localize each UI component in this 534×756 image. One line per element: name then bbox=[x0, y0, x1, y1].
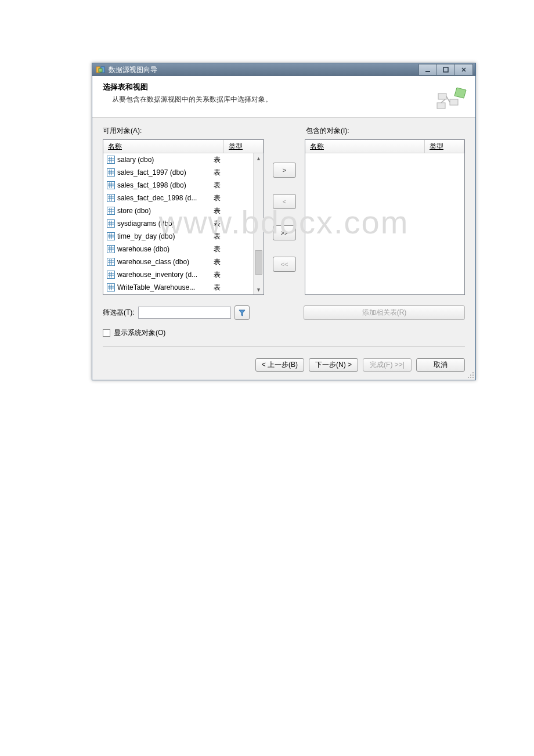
item-name: time_by_day (dbo) bbox=[117, 232, 211, 240]
titlebar[interactable]: 数据源视图向导 bbox=[92, 63, 475, 76]
svg-rect-4 bbox=[443, 67, 448, 72]
list-item[interactable]: sales_fact_1998 (dbo)表 bbox=[103, 179, 253, 192]
table-icon bbox=[107, 181, 115, 189]
item-name: warehouse (dbo) bbox=[117, 245, 211, 253]
item-name: sales_fact_1998 (dbo) bbox=[117, 181, 211, 189]
svg-point-65 bbox=[472, 375, 474, 376]
svg-rect-33 bbox=[108, 221, 114, 226]
svg-rect-7 bbox=[437, 103, 445, 109]
list-item[interactable]: time_by_day (dbo)表 bbox=[103, 230, 253, 243]
included-list-header[interactable]: 名称 类型 bbox=[305, 140, 464, 153]
available-list-header[interactable]: 名称 类型 bbox=[103, 140, 264, 153]
next-button[interactable]: 下一步(N) > bbox=[309, 358, 358, 372]
header-subtitle: 从要包含在数据源视图中的关系数据库中选择对象。 bbox=[103, 95, 435, 105]
included-listbox[interactable]: 名称 类型 bbox=[305, 139, 465, 295]
back-button[interactable]: < 上一步(B) bbox=[255, 358, 304, 372]
list-item[interactable]: warehouse_inventory (d...表 bbox=[103, 268, 253, 281]
included-items-empty bbox=[305, 153, 464, 294]
table-icon bbox=[107, 245, 115, 253]
svg-rect-53 bbox=[108, 272, 114, 278]
wizard-window: 数据源视图向导 选择表和视图 从要包含在数据源视图中的关系数据库中选择对象。 bbox=[92, 63, 476, 380]
svg-rect-13 bbox=[108, 170, 114, 175]
col-type-header-right[interactable]: 类型 bbox=[425, 140, 464, 153]
svg-rect-48 bbox=[108, 259, 114, 265]
move-buttons: > < >> << bbox=[264, 139, 305, 288]
maximize-button[interactable] bbox=[436, 64, 455, 75]
svg-point-68 bbox=[472, 377, 474, 378]
filter-button[interactable] bbox=[234, 305, 250, 320]
svg-rect-5 bbox=[438, 93, 446, 99]
col-type-header[interactable]: 类型 bbox=[224, 140, 264, 153]
item-type: 表 bbox=[211, 181, 253, 190]
item-name: store (dbo) bbox=[117, 207, 211, 215]
scroll-thumb[interactable] bbox=[255, 250, 262, 275]
scroll-down-icon[interactable]: ▼ bbox=[254, 285, 264, 294]
svg-point-63 bbox=[472, 372, 474, 373]
table-icon bbox=[107, 168, 115, 177]
table-icon bbox=[107, 232, 115, 240]
remove-all-button[interactable]: << bbox=[273, 257, 296, 272]
list-item[interactable]: salary (dbo)表 bbox=[103, 153, 253, 166]
footer: < 上一步(B) 下一步(N) > 完成(F) >>| 取消 bbox=[92, 351, 475, 380]
body-panel: 可用对象(A): 包含的对象(I): 名称 类型 salary (dbo)表sa… bbox=[92, 118, 475, 351]
svg-point-67 bbox=[470, 377, 471, 378]
app-icon bbox=[96, 65, 105, 74]
item-type: 表 bbox=[211, 206, 253, 216]
item-name: warehouse_class (dbo) bbox=[117, 258, 211, 266]
list-item[interactable]: sales_fact_dec_1998 (d...表 bbox=[103, 192, 253, 204]
resize-grip-icon[interactable] bbox=[467, 372, 474, 379]
list-item[interactable]: warehouse_class (dbo)表 bbox=[103, 255, 253, 268]
filter-label: 筛选器(T): bbox=[103, 308, 135, 318]
add-button[interactable]: > bbox=[273, 163, 296, 178]
svg-point-66 bbox=[468, 377, 469, 378]
filter-input[interactable] bbox=[138, 307, 231, 319]
item-type: 表 bbox=[211, 232, 253, 242]
list-item[interactable]: sales_fact_1997 (dbo)表 bbox=[103, 166, 253, 179]
item-type: 表 bbox=[211, 168, 253, 178]
table-icon bbox=[107, 156, 115, 164]
included-label: 包含的对象(I): bbox=[306, 126, 349, 136]
svg-rect-43 bbox=[108, 246, 114, 252]
funnel-icon bbox=[238, 309, 246, 317]
item-name: sales_fact_1997 (dbo) bbox=[117, 168, 211, 177]
minimize-button[interactable] bbox=[418, 64, 437, 75]
add-all-button[interactable]: >> bbox=[273, 225, 296, 240]
item-name: warehouse_inventory (d... bbox=[117, 271, 211, 279]
table-icon bbox=[107, 207, 115, 215]
col-name-header-right[interactable]: 名称 bbox=[305, 140, 425, 153]
item-type: 表 bbox=[211, 244, 253, 254]
list-item[interactable]: WriteTable_Warehouse...表 bbox=[103, 281, 253, 294]
svg-rect-18 bbox=[108, 182, 114, 188]
header-title: 选择表和视图 bbox=[103, 82, 435, 92]
item-type: 表 bbox=[211, 155, 253, 165]
available-scrollbar[interactable]: ▲ ▼ bbox=[253, 153, 264, 294]
list-item[interactable]: warehouse (dbo)表 bbox=[103, 243, 253, 255]
scroll-up-icon[interactable]: ▲ bbox=[254, 153, 264, 163]
table-icon bbox=[107, 283, 115, 291]
table-icon bbox=[107, 219, 115, 228]
window-title: 数据源视图向导 bbox=[109, 65, 419, 75]
remove-button[interactable]: < bbox=[273, 194, 296, 209]
finish-button[interactable]: 完成(F) >>| bbox=[363, 358, 412, 372]
item-name: sysdiagrams (dbo) bbox=[117, 219, 211, 228]
show-system-checkbox[interactable] bbox=[103, 329, 110, 337]
list-item[interactable]: store (dbo)表 bbox=[103, 204, 253, 217]
svg-rect-8 bbox=[108, 157, 114, 163]
show-system-label: 显示系统对象(O) bbox=[114, 328, 165, 338]
item-name: sales_fact_dec_1998 (d... bbox=[117, 194, 211, 202]
svg-rect-58 bbox=[108, 285, 114, 290]
item-type: 表 bbox=[211, 270, 253, 280]
available-label: 可用对象(A): bbox=[103, 126, 265, 136]
available-listbox[interactable]: 名称 类型 salary (dbo)表sales_fact_1997 (dbo)… bbox=[103, 139, 264, 295]
close-button[interactable] bbox=[454, 64, 473, 75]
table-icon bbox=[107, 271, 115, 279]
list-item[interactable]: sysdiagrams (dbo)表 bbox=[103, 217, 253, 230]
scroll-track[interactable] bbox=[254, 163, 264, 285]
cancel-button[interactable]: 取消 bbox=[416, 358, 465, 372]
add-related-button[interactable]: 添加相关表(R) bbox=[304, 305, 465, 320]
item-type: 表 bbox=[211, 257, 253, 267]
item-type: 表 bbox=[211, 283, 253, 293]
table-icon bbox=[107, 258, 115, 266]
col-name-header[interactable]: 名称 bbox=[103, 140, 224, 153]
item-type: 表 bbox=[211, 219, 253, 229]
